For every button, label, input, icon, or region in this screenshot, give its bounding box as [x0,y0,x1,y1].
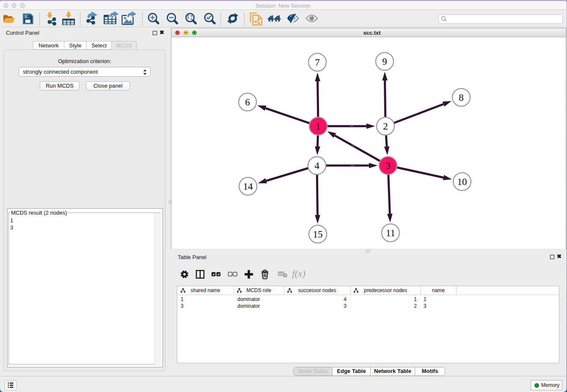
svg-text:11: 11 [386,228,395,238]
svg-text:8: 8 [459,92,464,103]
svg-text:6: 6 [245,97,250,108]
svg-text:14: 14 [243,181,253,192]
svg-text:f(x): f(x) [292,268,306,279]
svg-text:7: 7 [315,57,320,68]
svg-text:3: 3 [385,160,391,171]
svg-text:2: 2 [383,121,388,132]
svg-text:15: 15 [313,229,323,240]
svg-text:9: 9 [382,56,387,67]
svg-text:4: 4 [314,160,319,171]
svg-text:10: 10 [457,177,467,187]
svg-text:1: 1 [316,121,321,132]
